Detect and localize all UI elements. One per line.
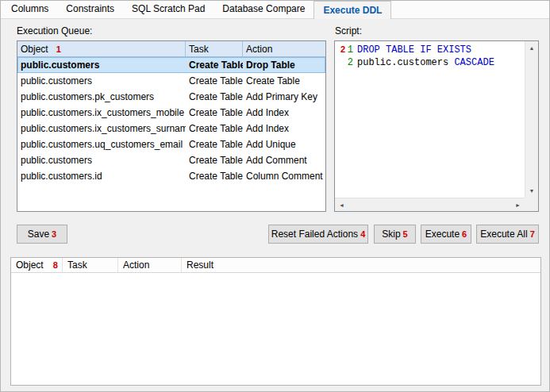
queue-column-header-label: Task — [189, 44, 209, 55]
queue-cell: public.customers — [17, 57, 186, 73]
results-table: Object8TaskActionResult — [10, 257, 541, 386]
scroll-left-icon[interactable]: ◄ — [335, 198, 348, 211]
queue-cell: public.customers — [17, 152, 186, 168]
tab-execute-ddl[interactable]: Execute DDL — [313, 1, 391, 19]
queue-cell: Create Table — [186, 152, 243, 168]
queue-cell: Create Table — [186, 57, 243, 73]
queue-cell: public.customers.ix_customers_mobile — [17, 105, 186, 121]
annotation-save: 3 — [52, 229, 56, 239]
results-column-header-result[interactable]: Result — [182, 258, 540, 272]
queue-body: public.customersCreate TableDrop Tablepu… — [17, 57, 325, 184]
annotation-queue-header: 1 — [56, 44, 61, 54]
annotation-reset: 4 — [360, 229, 365, 239]
queue-column-header-label: Object — [21, 44, 48, 55]
reset-failed-actions-label: Reset Failed Actions — [271, 229, 358, 240]
results-column-header-label: Object — [16, 259, 44, 271]
queue-column-header-action[interactable]: Action — [243, 41, 325, 56]
code-line: 1DROP TABLE IF EXISTS — [335, 44, 525, 56]
execute-ddl-window: ColumnsConstraintsSQL Scratch PadDatabas… — [0, 0, 550, 392]
scroll-right-icon[interactable]: ► — [511, 198, 525, 211]
tab-columns[interactable]: Columns — [2, 1, 57, 18]
queue-cell: public.customers.uq_customers_email — [17, 136, 186, 152]
queue-cell: Drop Table — [243, 57, 325, 73]
annotation-skip: 5 — [403, 229, 408, 239]
queue-header-row: Object1TaskAction — [17, 41, 325, 57]
reset-failed-actions-button[interactable]: Reset Failed Actions 4 — [268, 225, 368, 244]
results-column-header-label: Action — [123, 259, 149, 271]
queue-cell: public.customers.id — [17, 168, 186, 184]
vertical-scroll-track[interactable] — [525, 55, 538, 184]
queue-row[interactable]: public.customers.uq_customers_emailCreat… — [17, 136, 325, 152]
annotation-execute: 6 — [462, 229, 467, 239]
queue-cell: Column Comment — [243, 168, 325, 184]
queue-cell: Create Table — [186, 136, 243, 152]
queue-cell: Add Index — [243, 121, 325, 136]
queue-cell: Create Table — [186, 105, 243, 121]
queue-row[interactable]: public.customersCreate TableAdd Comment — [17, 152, 325, 168]
line-number: 1 — [335, 44, 357, 56]
tab-database-compare[interactable]: Database Compare — [213, 1, 313, 18]
queue-row[interactable]: public.customers.ix_customers_surnameCre… — [17, 121, 325, 136]
queue-cell: Create Table — [186, 73, 243, 89]
queue-cell: Create Table — [186, 121, 243, 136]
annotation-results-header: 8 — [53, 260, 58, 270]
queue-cell: public.customers — [17, 73, 186, 89]
queue-cell: Add Unique — [243, 136, 325, 152]
annotation-script: 2 — [340, 44, 345, 54]
script-vertical-scrollbar[interactable]: ▲ ▼ — [525, 41, 538, 198]
code-line: 2public.customers CASCADE — [335, 56, 525, 69]
results-column-header-action[interactable]: Action — [118, 258, 182, 272]
script-label: Script: — [335, 25, 362, 37]
queue-column-header-object[interactable]: Object1 — [17, 41, 186, 56]
results-column-header-task[interactable]: Task — [63, 258, 118, 272]
queue-cell: Add Primary Key — [243, 89, 325, 105]
skip-button-label: Skip — [382, 229, 400, 240]
script-code[interactable]: 1DROP TABLE IF EXISTS2public.customers C… — [335, 41, 525, 198]
code-segment: public.customers — [357, 57, 448, 68]
execute-all-button[interactable]: Execute All 7 — [476, 225, 539, 244]
queue-column-header-label: Action — [246, 44, 272, 55]
results-header-row: Object8TaskActionResult — [11, 258, 540, 273]
scroll-down-icon[interactable]: ▼ — [525, 184, 538, 198]
execute-button-label: Execute — [425, 229, 460, 240]
queue-cell: public.customers.pk_customers — [17, 89, 186, 105]
tab-bar: ColumnsConstraintsSQL Scratch PadDatabas… — [1, 1, 549, 19]
line-number: 2 — [335, 56, 357, 69]
skip-button[interactable]: Skip 5 — [374, 225, 416, 244]
queue-row[interactable]: public.customersCreate TableDrop Table — [17, 57, 325, 73]
scroll-up-icon[interactable]: ▲ — [525, 41, 538, 55]
save-button[interactable]: Save 3 — [17, 225, 67, 244]
execution-queue-table: Object1TaskAction public.customersCreate… — [17, 40, 326, 212]
scrollbar-corner — [525, 198, 538, 211]
queue-cell: Add Index — [243, 105, 325, 121]
code-segment: CASCADE — [448, 57, 494, 68]
queue-row[interactable]: public.customers.pk_customersCreate Tabl… — [17, 89, 325, 105]
queue-row[interactable]: public.customersCreate TableCreate Table — [17, 73, 325, 89]
queue-cell: public.customers.ix_customers_surname — [17, 121, 186, 136]
tab-constraints[interactable]: Constraints — [57, 1, 123, 18]
script-editor[interactable]: 2 1DROP TABLE IF EXISTS2public.customers… — [334, 40, 539, 212]
execute-ddl-page: Execution Queue: Script: Object1TaskActi… — [1, 19, 549, 391]
save-button-label: Save — [28, 229, 49, 240]
results-column-header-label: Task — [67, 259, 87, 271]
results-column-header-label: Result — [187, 259, 213, 271]
queue-column-header-task[interactable]: Task — [186, 41, 243, 56]
execute-all-button-label: Execute All — [480, 229, 527, 240]
tab-sql-scratch-pad[interactable]: SQL Scratch Pad — [123, 1, 213, 18]
results-column-header-object[interactable]: Object8 — [11, 258, 63, 272]
code-segment: DROP TABLE IF EXISTS — [357, 44, 471, 56]
queue-cell: Create Table — [186, 168, 243, 184]
execution-queue-label: Execution Queue: — [17, 25, 92, 37]
queue-row[interactable]: public.customers.idCreate TableColumn Co… — [17, 168, 325, 184]
horizontal-scroll-track[interactable] — [348, 198, 511, 211]
queue-row[interactable]: public.customers.ix_customers_mobileCrea… — [17, 105, 325, 121]
queue-cell: Add Comment — [243, 152, 325, 168]
execute-button[interactable]: Execute 6 — [421, 225, 471, 244]
results-body — [11, 273, 540, 385]
annotation-execute-all: 7 — [530, 229, 535, 239]
script-horizontal-scrollbar[interactable]: ◄ ► — [335, 198, 525, 211]
queue-cell: Create Table — [186, 89, 243, 105]
queue-cell: Create Table — [243, 73, 325, 89]
